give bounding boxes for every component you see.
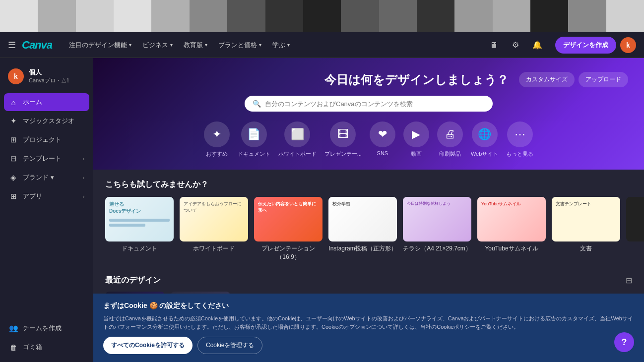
manage-cookies-button[interactable]: Cookieを管理する bbox=[197, 337, 262, 354]
cat-print[interactable]: 🖨 印刷製品 bbox=[437, 121, 463, 158]
pattern-block bbox=[76, 0, 114, 32]
cat-presentation-label: プレゼンテー... bbox=[324, 150, 362, 158]
website-icon: 🌐 bbox=[472, 121, 498, 147]
chevron-right-icon: › bbox=[83, 175, 84, 181]
header: ☰ Canva 注目のデザイン機能 ▾ ビジネス ▾ 教育版 ▾ プランと価格 … bbox=[0, 32, 644, 58]
sidebar-user-name: 個人 bbox=[29, 68, 69, 77]
nav-pricing[interactable]: プランと価格 ▾ bbox=[213, 38, 266, 53]
main-nav: 注目のデザイン機能 ▾ ビジネス ▾ 教育版 ▾ プランと価格 ▾ 学ぶ ▾ bbox=[64, 38, 295, 53]
accept-all-cookies-button[interactable]: すべてのCookieを許可する bbox=[103, 337, 193, 354]
card-whiteboard-thumb: アイデアをもらおうフローについて bbox=[180, 197, 248, 241]
pattern-block bbox=[190, 0, 227, 32]
card-flyer-thumb: 今日は特別な乾杯しよう bbox=[403, 197, 471, 241]
search-input[interactable] bbox=[265, 100, 485, 108]
card-document-thumb: 魅せるDocsデザイン bbox=[105, 197, 174, 241]
pattern-block bbox=[493, 0, 530, 32]
card-video[interactable]: ▶ 動画 bbox=[626, 197, 644, 261]
cookie-buttons: すべてのCookieを許可する Cookieを管理する bbox=[103, 337, 634, 354]
card-whiteboard-label: ホワイトボード bbox=[180, 244, 248, 253]
cat-whiteboard-label: ホワイトボード bbox=[278, 150, 317, 158]
sidebar-home-label: ホーム bbox=[23, 98, 84, 107]
try-cards-container: 魅せるDocsデザイン ドキュメント アイデアをもらおうフローについて ホワイト… bbox=[105, 197, 632, 261]
chevron-down-icon: ▾ bbox=[129, 42, 131, 48]
pattern-block bbox=[417, 0, 454, 32]
create-design-button[interactable]: デザインを作成 bbox=[555, 37, 616, 54]
cat-website[interactable]: 🌐 Webサイト bbox=[471, 121, 498, 158]
hamburger-icon[interactable]: ☰ bbox=[8, 40, 16, 51]
chevron-right-icon: › bbox=[83, 194, 84, 199]
search-bar[interactable]: 🔍 bbox=[245, 96, 493, 112]
nav-business[interactable]: ビジネス ▾ bbox=[137, 38, 178, 53]
sidebar-item-projects[interactable]: ⊞ プロジェクト bbox=[4, 131, 89, 149]
card-flyer[interactable]: 今日は特別な乾杯しよう チラシ（A4 21×29.7cm） bbox=[403, 197, 471, 261]
upload-button[interactable]: アップロード bbox=[579, 72, 628, 87]
trash-icon: 🗑 bbox=[9, 343, 18, 352]
search-icon: 🔍 bbox=[253, 100, 261, 108]
sort-icon[interactable]: ⊟ bbox=[626, 276, 632, 285]
nav-education[interactable]: 教育版 ▾ bbox=[179, 38, 212, 53]
cat-video-label: 動画 bbox=[411, 150, 422, 158]
pattern-block bbox=[568, 0, 606, 32]
canva-logo[interactable]: Canva bbox=[22, 39, 52, 52]
brand-icon: ◈ bbox=[9, 173, 18, 182]
sidebar-item-apps[interactable]: ⊞ アプリ › bbox=[4, 187, 89, 205]
video-icon: ▶ bbox=[403, 121, 429, 147]
card-presentation-thumb: 伝えたい内容をいとも簡単に形へ bbox=[254, 197, 322, 241]
card-document2[interactable]: 文書テンプレート 文書 bbox=[552, 197, 620, 261]
cat-documents[interactable]: 📄 ドキュメント bbox=[238, 121, 270, 158]
card-presentation-label: プレゼンテーション（16:9） bbox=[254, 244, 322, 261]
cat-sns[interactable]: ❤ SNS bbox=[370, 121, 395, 158]
card-instagram[interactable]: 校外学習 Instagram投稿（正方形） bbox=[328, 197, 397, 261]
card-instagram-thumb: 校外学習 bbox=[328, 197, 397, 241]
help-button[interactable]: ? bbox=[614, 332, 634, 352]
cat-whiteboard[interactable]: ⬜ ホワイトボード bbox=[278, 121, 317, 158]
sidebar-item-magic-studio[interactable]: ✦ マジックスタジオ bbox=[4, 112, 89, 130]
top-pattern-bar bbox=[0, 0, 644, 32]
header-icon-group: 🖥 ⚙ 🔔 bbox=[486, 37, 545, 53]
sidebar-create-team-label: チームを作成 bbox=[23, 324, 84, 333]
hero-title: 今日は何をデザインしましょう？ bbox=[314, 72, 519, 88]
pattern-block bbox=[114, 0, 151, 32]
nav-design-features[interactable]: 注目のデザイン機能 ▾ bbox=[64, 38, 136, 53]
custom-size-button[interactable]: カスタムサイズ bbox=[519, 72, 575, 87]
cat-more[interactable]: ⋯ もっと見る bbox=[506, 121, 533, 158]
card-youtube[interactable]: YouTubeサムネイル YouTubeサムネイル bbox=[477, 197, 546, 261]
sidebar: k 個人 Canvaプロ・△1 ⌂ ホーム ✦ マジックスタジオ ⊞ プロジェク… bbox=[0, 58, 93, 362]
sidebar-item-templates[interactable]: ⊟ テンプレート › bbox=[4, 150, 89, 168]
card-flyer-label: チラシ（A4 21×29.7cm） bbox=[403, 244, 471, 253]
pattern-block bbox=[303, 0, 341, 32]
sidebar-item-trash[interactable]: 🗑 ゴミ箱 bbox=[4, 338, 89, 356]
sidebar-item-home[interactable]: ⌂ ホーム bbox=[4, 93, 89, 111]
sidebar-item-create-team[interactable]: 👥 チームを作成 bbox=[4, 319, 89, 337]
sidebar-item-brand[interactable]: ◈ ブランド ▾ › bbox=[4, 169, 89, 186]
pattern-block bbox=[0, 0, 38, 32]
presentation-icon: 🎞 bbox=[330, 121, 356, 147]
whiteboard-icon: ⬜ bbox=[284, 121, 310, 147]
card-youtube-label: YouTubeサムネイル bbox=[477, 244, 546, 253]
pattern-block bbox=[151, 0, 189, 32]
settings-icon[interactable]: ⚙ bbox=[508, 37, 523, 53]
cat-presentation[interactable]: 🎞 プレゼンテー... bbox=[324, 121, 362, 158]
nav-learn[interactable]: 学ぶ ▾ bbox=[267, 38, 295, 53]
user-avatar[interactable]: k bbox=[620, 37, 636, 53]
pattern-block bbox=[606, 0, 644, 32]
card-presentation[interactable]: 伝えたい内容をいとも簡単に形へ プレゼンテーション（16:9） bbox=[254, 197, 322, 261]
monitor-icon[interactable]: 🖥 bbox=[486, 37, 502, 53]
sidebar-brand-label: ブランド ▾ bbox=[23, 173, 78, 182]
try-section: こちらも試してみませんか？ 魅せるDocsデザイン ドキュメント bbox=[93, 170, 644, 267]
card-document[interactable]: 魅せるDocsデザイン ドキュメント bbox=[105, 197, 174, 261]
cat-recommended-label: おすすめ bbox=[206, 150, 228, 158]
recommended-icon: ✦ bbox=[204, 121, 230, 147]
sidebar-trash-label: ゴミ箱 bbox=[23, 343, 84, 352]
projects-icon: ⊞ bbox=[9, 135, 18, 144]
cat-video[interactable]: ▶ 動画 bbox=[403, 121, 429, 158]
pattern-block bbox=[227, 0, 265, 32]
cat-recommended[interactable]: ✦ おすすめ bbox=[204, 121, 230, 158]
sidebar-user-plan: Canvaプロ・△1 bbox=[29, 77, 69, 84]
pattern-block bbox=[454, 0, 492, 32]
card-whiteboard[interactable]: アイデアをもらおうフローについて ホワイトボード bbox=[180, 197, 248, 261]
documents-icon: 📄 bbox=[241, 121, 267, 147]
notification-icon[interactable]: 🔔 bbox=[529, 37, 545, 53]
pattern-block bbox=[265, 0, 303, 32]
sidebar-user-profile[interactable]: k 個人 Canvaプロ・△1 bbox=[4, 64, 89, 88]
